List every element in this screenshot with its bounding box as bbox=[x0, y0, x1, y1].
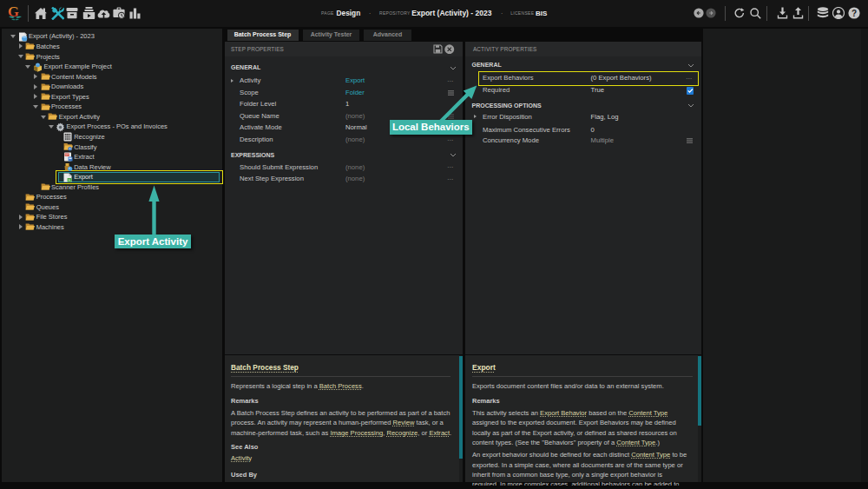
svg-text:?: ? bbox=[852, 9, 857, 18]
